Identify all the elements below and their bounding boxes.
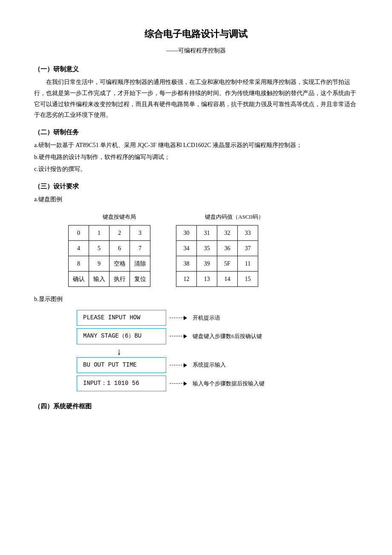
keyboard-ascii-cell: 31: [197, 225, 217, 241]
keyboard-layout-label: 键盘按键布局: [77, 212, 162, 222]
keyboard-layout-cell: 空格: [110, 256, 130, 272]
diagram-label-4: 输入每个步骤数据后按输入键: [193, 379, 265, 388]
diagram-label-3: 系统提示输入: [193, 360, 226, 370]
lcd-box-3: BU OUT PUT TIME: [77, 357, 166, 373]
keyboard-ascii-cell: 39: [197, 256, 217, 272]
keyboard-ascii-label: 键盘内码值（ASCII码）: [187, 212, 281, 222]
section-2-a: a.研制一款基于 AT89C51 单片机、采用 JQC-3F 继电器和 LCD1…: [34, 140, 358, 151]
keyboard-ascii-table: 303132333435363738395F1112131415: [176, 225, 258, 287]
keyboard-ascii-cell: 35: [197, 241, 217, 256]
keyboard-ascii-cell: 36: [217, 241, 238, 256]
keyboard-ascii-cell: 11: [238, 256, 258, 272]
keyboard-ascii-cell: 34: [176, 241, 197, 256]
lcd-box-4: INPUT：1 1010 56: [77, 376, 166, 391]
keyboard-layout-cell: 7: [130, 241, 150, 256]
keyboard-layout-cell: 执行: [110, 272, 130, 287]
keyboard-layout-cell: 8: [69, 256, 89, 272]
keyboard-ascii-cell: 5F: [217, 256, 238, 272]
keyboard-ascii-cell: 15: [238, 272, 258, 287]
keyboard-ascii-cell: 37: [238, 241, 258, 256]
keyboard-layout-table: 0123456789空格清除确认输入执行复位: [68, 225, 150, 287]
keyboard-layout-cell: 确认: [69, 272, 89, 287]
section-3-a: a.键盘图例: [34, 194, 358, 205]
keyboard-layout-cell: 9: [89, 256, 110, 272]
diagram-label-1: 开机提示语: [193, 313, 220, 323]
keyboard-ascii-cell: 12: [176, 272, 197, 287]
section-3-heading: （三）设计要求: [34, 181, 358, 192]
section-2-b: b.硬件电路的设计与制作，软件程序的编写与调试；: [34, 152, 358, 163]
keyboard-ascii-cell: 30: [176, 225, 197, 241]
keyboard-layout-cell: 复位: [130, 272, 150, 287]
keyboard-layout-cell: 输入: [89, 272, 110, 287]
diagram-label-2: 键盘键入步骤数6后按确认键: [193, 331, 262, 341]
sub-title: ——可编程程序控制器: [34, 45, 358, 56]
keyboard-layout-cell: 2: [110, 225, 130, 241]
lcd-box-1: PLEASE INPUT HOW: [77, 310, 166, 326]
section-2-c: c.设计报告的撰写。: [34, 164, 358, 175]
keyboard-layout-cell: 3: [130, 225, 150, 241]
keyboard-section: 键盘按键布局 键盘内码值（ASCII码） 0123456789空格清除确认输入执…: [34, 212, 358, 287]
keyboard-layout-cell: 清除: [130, 256, 150, 272]
keyboard-layout-cell: 5: [89, 241, 110, 256]
display-diagram: PLEASE INPUT HOW 开机提示语 MANY STAGE（6）BU 键…: [34, 310, 358, 394]
keyboard-ascii-cell: 38: [176, 256, 197, 272]
keyboard-ascii-cell: 33: [238, 225, 258, 241]
main-title: 综合电子电路设计与调试: [34, 26, 358, 43]
keyboard-ascii-cell: 32: [217, 225, 238, 241]
keyboard-ascii-cell: 13: [197, 272, 217, 287]
lcd-box-2: MANY STAGE（6）BU: [77, 328, 166, 344]
keyboard-ascii-cell: 14: [217, 272, 238, 287]
section-2-heading: （二）研制任务: [34, 127, 358, 138]
section-1-heading: （一）研制意义: [34, 64, 358, 75]
keyboard-layout-cell: 0: [69, 225, 89, 241]
section-1-body: 在我们日常生活中，可编程顺序控制器的通用性极强，在工业和家电控制中经常采用顺序控…: [34, 77, 358, 121]
section-3-b: b.显示图例: [34, 294, 358, 305]
keyboard-layout-cell: 1: [89, 225, 110, 241]
section-4-heading: （四）系统硬件框图: [34, 401, 358, 412]
keyboard-layout-cell: 6: [110, 241, 130, 256]
keyboard-layout-cell: 4: [69, 241, 89, 256]
